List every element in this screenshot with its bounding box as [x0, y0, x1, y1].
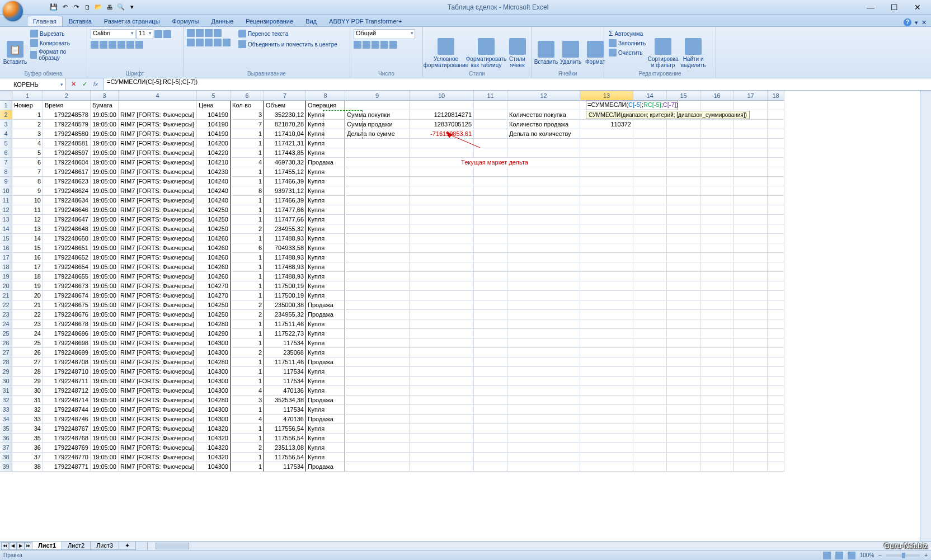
cell[interactable]	[768, 129, 784, 139]
cell[interactable]	[410, 367, 474, 377]
comma-icon[interactable]	[372, 41, 379, 49]
cell[interactable]: RIM7 [FORTS: Фьючерсы]	[119, 386, 197, 396]
cell[interactable]: 104260	[197, 262, 231, 272]
cell[interactable]	[345, 291, 410, 300]
cell[interactable]: 104210	[197, 158, 231, 167]
cell[interactable]	[768, 377, 784, 386]
cell[interactable]	[410, 310, 474, 319]
cell[interactable]	[734, 234, 768, 243]
cell[interactable]	[507, 462, 580, 472]
cell[interactable]: 1792248770	[43, 453, 91, 462]
column-header[interactable]: 7	[264, 91, 306, 101]
cell[interactable]	[474, 396, 507, 405]
row-header[interactable]: 22	[0, 300, 12, 310]
save-icon[interactable]: 💾	[49, 3, 58, 12]
align-right-icon[interactable]	[205, 39, 213, 46]
cell[interactable]: Номер	[12, 101, 43, 110]
cell[interactable]	[507, 253, 580, 262]
cell[interactable]: 1792248579	[43, 120, 91, 129]
cell[interactable]	[633, 243, 667, 253]
cell[interactable]: 19:05:00	[91, 405, 119, 415]
cell[interactable]: 19:05:00	[91, 281, 119, 291]
cell[interactable]: 117556,54	[264, 434, 306, 443]
cell[interactable]	[633, 291, 667, 300]
cell[interactable]: 704933,58	[264, 243, 306, 253]
cell[interactable]: 470136	[264, 386, 306, 396]
cell[interactable]	[633, 348, 667, 357]
cell[interactable]	[667, 367, 700, 377]
cell[interactable]	[410, 224, 474, 234]
cell[interactable]: 19:05:00	[91, 310, 119, 319]
cell[interactable]: RIM7 [FORTS: Фьючерсы]	[119, 196, 197, 205]
cell[interactable]	[474, 196, 507, 205]
cell[interactable]	[667, 177, 700, 186]
sheet-tab-3[interactable]: Лист3	[90, 542, 119, 550]
cell[interactable]	[345, 357, 410, 367]
cell[interactable]	[734, 243, 768, 253]
cell[interactable]	[507, 300, 580, 310]
cell[interactable]: Купля	[306, 386, 345, 396]
cell[interactable]: 235000,38	[264, 300, 306, 310]
cell[interactable]: 1792248651	[43, 243, 91, 253]
cell[interactable]	[345, 367, 410, 377]
column-header[interactable]: 18	[768, 91, 784, 101]
cell[interactable]	[633, 234, 667, 243]
cell[interactable]: Сумма продажи	[345, 120, 410, 129]
cell[interactable]: 19:05:00	[91, 120, 119, 129]
cell[interactable]: 1792248634	[43, 196, 91, 205]
cell[interactable]: 21	[12, 300, 43, 310]
cell[interactable]: 1	[231, 424, 264, 434]
cell[interactable]: 104320	[197, 434, 231, 443]
cell[interactable]: 26	[12, 348, 43, 357]
cell[interactable]	[633, 205, 667, 215]
cell[interactable]: Купля	[306, 319, 345, 329]
cell[interactable]	[667, 234, 700, 243]
fill-color-icon[interactable]	[126, 41, 134, 49]
cell[interactable]	[768, 205, 784, 215]
cell[interactable]: 117556,54	[264, 453, 306, 462]
cell[interactable]	[410, 405, 474, 415]
cell[interactable]	[768, 291, 784, 300]
cell[interactable]	[667, 396, 700, 405]
cell[interactable]	[700, 348, 734, 357]
cell[interactable]: 22	[12, 310, 43, 319]
column-header[interactable]: 15	[667, 91, 700, 101]
cell[interactable]	[633, 272, 667, 281]
cell[interactable]	[580, 281, 633, 291]
cell[interactable]: 24	[12, 329, 43, 338]
cell[interactable]	[507, 443, 580, 453]
cell[interactable]: 19:05:00	[91, 396, 119, 405]
column-header[interactable]: 5	[197, 91, 231, 101]
cell[interactable]: 104320	[197, 424, 231, 434]
cell[interactable]: 25	[12, 338, 43, 348]
cell[interactable]	[768, 167, 784, 177]
cell[interactable]	[507, 453, 580, 462]
cell[interactable]: 3	[231, 396, 264, 405]
cell[interactable]	[474, 281, 507, 291]
row-header[interactable]: 14	[0, 224, 12, 234]
cell[interactable]: RIM7 [FORTS: Фьючерсы]	[119, 377, 197, 386]
cell[interactable]	[507, 415, 580, 424]
row-header[interactable]: 3	[0, 120, 12, 129]
cell[interactable]	[734, 443, 768, 453]
cell[interactable]	[700, 224, 734, 234]
cell[interactable]	[700, 281, 734, 291]
zoom-level[interactable]: 100%	[860, 552, 874, 558]
cell[interactable]: Купля	[306, 291, 345, 300]
cell[interactable]	[507, 167, 580, 177]
cell[interactable]: RIM7 [FORTS: Фьючерсы]	[119, 348, 197, 357]
cell[interactable]	[633, 367, 667, 377]
open-icon[interactable]: 📂	[94, 3, 103, 12]
cell[interactable]: 1792248597	[43, 148, 91, 158]
cell[interactable]	[474, 186, 507, 196]
cell[interactable]: 1792248708	[43, 357, 91, 367]
cell[interactable]	[507, 186, 580, 196]
cell[interactable]: 4	[231, 158, 264, 167]
cell[interactable]	[734, 177, 768, 186]
cell[interactable]: RIM7 [FORTS: Фьючерсы]	[119, 139, 197, 148]
row-header[interactable]: 25	[0, 329, 12, 338]
cell[interactable]	[345, 462, 410, 472]
row-header[interactable]: 23	[0, 310, 12, 319]
cell[interactable]: 17	[12, 262, 43, 272]
cell[interactable]: Купля	[306, 243, 345, 253]
